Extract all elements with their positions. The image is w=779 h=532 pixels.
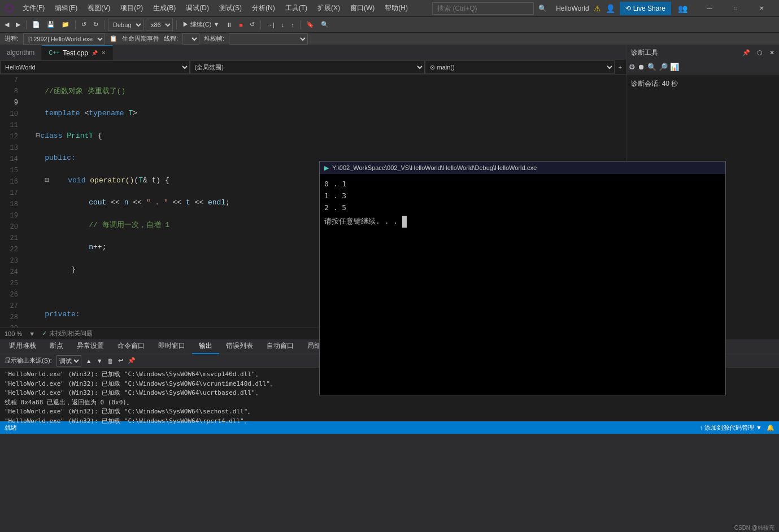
menu-view[interactable]: 视图(V) <box>83 2 115 14</box>
tab-error-list[interactable]: 错误列表 <box>219 339 260 354</box>
error-text: 未找到相关问题 <box>49 329 93 338</box>
notification-bell[interactable]: 🔔 <box>767 424 774 431</box>
lifecycle-text: 生命周期事件 <box>122 34 159 43</box>
output-up-icon[interactable]: ▲ <box>86 357 92 364</box>
cpp-file-icon: C++ <box>49 50 59 56</box>
restart-button[interactable]: ↺ <box>247 20 257 29</box>
continue-button[interactable]: ▶ 继续(C) ▼ <box>180 20 221 29</box>
process-label: 进程: <box>5 34 19 43</box>
step-over-button[interactable]: →| <box>264 21 277 29</box>
tab-algorithm[interactable]: algorithm <box>0 45 42 60</box>
close-button[interactable]: ✕ <box>748 0 774 17</box>
source-control-button[interactable]: ↑ 添加到源代码管理 ▼ <box>700 424 763 432</box>
diag-record-icon[interactable]: ⏺ <box>638 63 645 71</box>
menu-file[interactable]: 文件(F) <box>18 2 49 14</box>
menu-window[interactable]: 窗口(W) <box>346 2 379 14</box>
file-dropdown[interactable]: HelloWorld <box>0 60 190 74</box>
toolbar-separator-2 <box>75 20 76 29</box>
toolbar-separator-1 <box>26 20 27 29</box>
redo-button[interactable]: ↻ <box>91 20 101 29</box>
menu-edit[interactable]: 编辑(E) <box>50 2 82 14</box>
output-pin-icon[interactable]: 📌 <box>128 357 136 364</box>
tab-output[interactable]: 输出 <box>192 339 219 354</box>
menu-extensions[interactable]: 扩展(X) <box>313 2 345 14</box>
forward-button[interactable]: ▶ <box>14 20 23 29</box>
lifecycle-label: 📋 <box>110 35 117 42</box>
output-source-dropdown[interactable]: 调试 <box>56 355 81 367</box>
console-line-2: 1 . 3 <box>324 190 721 202</box>
thread-dropdown[interactable] <box>182 33 199 45</box>
diag-chart-icon[interactable]: 📊 <box>670 63 679 71</box>
maximize-button[interactable]: □ <box>723 0 748 17</box>
stack-label: 堆栈帧: <box>204 34 224 43</box>
step-out-button[interactable]: ↑ <box>289 21 297 29</box>
warning-icon: ⚠ <box>594 4 601 13</box>
tab-close-button[interactable]: ✕ <box>101 50 106 56</box>
bookmark-button[interactable]: 🔖 <box>304 20 316 29</box>
member-dropdown[interactable]: ⊙ main() <box>425 60 615 74</box>
save-all-button[interactable]: 📁 <box>59 20 72 29</box>
menu-bar: 文件(F) 编辑(E) 视图(V) 项目(P) 生成(B) 调试(D) 测试(S… <box>18 2 412 14</box>
back-button[interactable]: ◀ <box>2 20 11 29</box>
tab-exception-settings[interactable]: 异常设置 <box>70 339 111 354</box>
diagnostics-header: 诊断工具 📌 ⬡ ✕ <box>626 45 779 60</box>
watermark: CSDN @韩骏亮 <box>734 524 774 532</box>
editor-expand-icon: + <box>615 64 626 71</box>
zoom-dropdown-icon[interactable]: ▼ <box>29 330 35 337</box>
process-dropdown[interactable]: [12992] HelloWorld.exe <box>23 33 105 45</box>
tab-breakpoints[interactable]: 断点 <box>43 339 70 354</box>
scope-dropdown[interactable]: (全局范围) <box>190 60 425 74</box>
diag-pin-icon[interactable]: 📌 <box>742 49 750 56</box>
thread-label: 线程: <box>164 34 178 43</box>
debug-config-dropdown[interactable]: Debug <box>108 19 143 31</box>
diag-title: 诊断工具 <box>631 48 658 58</box>
stop-button[interactable]: ■ <box>237 21 245 29</box>
tab-callstack[interactable]: 调用堆栈 <box>2 339 43 354</box>
minimize-button[interactable]: — <box>697 0 723 17</box>
toolbar-separator-5 <box>260 20 261 29</box>
output-line-4: 线程 0x4a88 已退出，返回值为 0 (0x0)。 <box>5 398 774 408</box>
live-share-button[interactable]: ⟲ Live Share <box>620 2 671 15</box>
diag-close-icon[interactable]: ✕ <box>769 49 774 56</box>
menu-build[interactable]: 生成(B) <box>149 2 180 14</box>
diag-session-label: 诊断会话: 40 秒 <box>631 80 678 88</box>
diag-float-icon[interactable]: ⬡ <box>757 49 763 56</box>
output-line-5: "HelloWorld.exe" (Win32): 已加载 "C:\Window… <box>5 407 774 417</box>
search-input[interactable] <box>432 2 534 15</box>
output-down-icon[interactable]: ▼ <box>97 357 103 364</box>
toolbar-separator-6 <box>300 20 301 29</box>
output-clear-icon[interactable]: 🗑 <box>107 357 114 364</box>
tab-auto-window[interactable]: 自动窗口 <box>260 339 301 354</box>
new-file-button[interactable]: 📄 <box>30 20 42 29</box>
console-path: Y:\002_WorkSpace\002_VS\HelloWorld\Hello… <box>332 164 537 171</box>
undo-button[interactable]: ↺ <box>79 20 89 29</box>
tab-command-window[interactable]: 命令窗口 <box>111 339 151 354</box>
search-toolbar-button[interactable]: 🔍 <box>319 20 331 29</box>
line-numbers: 7 8 9 10 11 12 13 14 15 16 17 18 19 20 2… <box>0 75 23 328</box>
menu-tools[interactable]: 工具(T) <box>281 2 312 14</box>
menu-help[interactable]: 帮助(H) <box>380 2 412 14</box>
pause-button[interactable]: ⏸ <box>224 21 234 29</box>
stack-dropdown[interactable] <box>229 33 308 45</box>
diag-zoom-icon[interactable]: 🔍 <box>647 63 656 71</box>
output-wrap-icon[interactable]: ↩ <box>118 357 123 364</box>
save-button[interactable]: 💾 <box>45 20 57 29</box>
tab-immediate-window[interactable]: 即时窗口 <box>151 339 192 354</box>
live-share-icon: ⟲ <box>625 5 631 12</box>
menu-project[interactable]: 项目(P) <box>116 2 147 14</box>
menu-analyze[interactable]: 分析(N) <box>247 2 280 14</box>
zoom-level: 100 % <box>5 330 22 337</box>
output-source-label: 显示输出来源(S): <box>5 356 52 365</box>
window-controls: — □ ✕ <box>697 0 774 17</box>
console-line-1: 0 . 1 <box>324 178 721 190</box>
menu-debug[interactable]: 调试(D) <box>181 2 214 14</box>
diag-settings-icon[interactable]: ⚙ <box>629 63 636 71</box>
console-title-bar: ▶ Y:\002_WorkSpace\002_VS\HelloWorld\Hel… <box>320 162 725 174</box>
menu-test[interactable]: 测试(S) <box>215 2 246 14</box>
platform-dropdown[interactable]: x86 <box>146 19 173 31</box>
editor-header: HelloWorld (全局范围) ⊙ main() + <box>0 60 626 75</box>
step-into-button[interactable]: ↓ <box>279 21 287 29</box>
tab-testcpp[interactable]: C++ Test.cpp 📌 ✕ <box>42 45 113 60</box>
person-icon: 👤 <box>606 4 615 13</box>
diag-zoomout-icon[interactable]: 🔎 <box>659 63 668 71</box>
